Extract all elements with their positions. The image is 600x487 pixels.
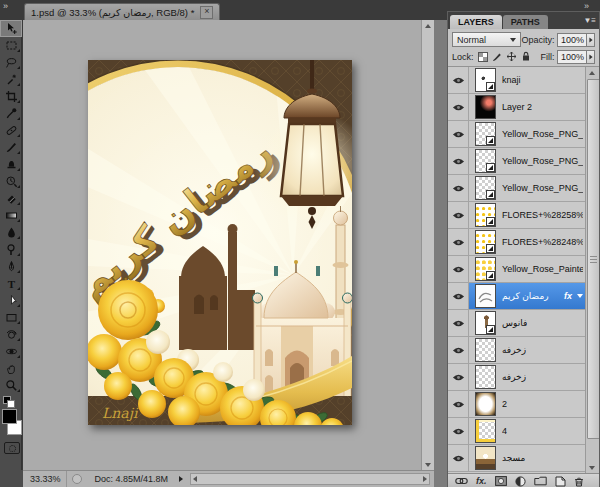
layer-name[interactable]: FLORES+%28248%29 xyxy=(502,237,583,247)
layer-row[interactable]: Yellow_Rose_PNG_Clipart c... xyxy=(448,148,599,175)
layer-name[interactable]: FLORES+%28258%29 xyxy=(502,210,583,220)
fill-spinner[interactable] xyxy=(587,50,595,64)
add-layer-mask-button[interactable] xyxy=(495,476,507,486)
layer-row[interactable]: 2 xyxy=(448,391,599,418)
eyedropper-tool[interactable] xyxy=(0,105,22,122)
gradient-tool[interactable] xyxy=(0,207,22,224)
visibility-toggle[interactable] xyxy=(448,229,469,255)
layer-row[interactable]: زخرفه xyxy=(448,364,599,391)
layer-thumbnail[interactable] xyxy=(475,338,496,362)
lock-all-icon[interactable] xyxy=(521,51,531,62)
layer-thumbnail[interactable] xyxy=(475,203,496,227)
visibility-toggle[interactable] xyxy=(448,94,469,120)
spot-healing-brush-tool[interactable] xyxy=(0,122,22,139)
layer-name[interactable]: Yellow_Rose_PNG_Clipart c... xyxy=(502,183,583,193)
3d-rotate-tool[interactable] xyxy=(0,326,22,343)
fill-input[interactable]: 100% xyxy=(557,50,587,64)
rectangular-marquee-tool[interactable] xyxy=(0,37,22,54)
visibility-toggle[interactable] xyxy=(448,175,469,201)
scroll-up-icon[interactable] xyxy=(586,67,598,78)
visibility-toggle[interactable] xyxy=(448,202,469,228)
quick-selection-tool[interactable] xyxy=(0,71,22,88)
layer-name[interactable]: مسجد xyxy=(502,453,525,463)
scroll-down-icon[interactable] xyxy=(586,462,598,473)
visibility-toggle[interactable] xyxy=(448,364,469,390)
panel-menu-icon[interactable]: ▼≡ xyxy=(583,16,596,25)
hand-tool[interactable] xyxy=(0,360,22,377)
layer-row[interactable]: FLORES+%28248%29 xyxy=(448,229,599,256)
layer-row[interactable]: Yellow_Rose_PNG_Clipart xyxy=(448,121,599,148)
visibility-toggle[interactable] xyxy=(448,337,469,363)
layer-name[interactable]: زخرفه xyxy=(502,345,526,355)
scroll-left-icon[interactable] xyxy=(193,476,197,482)
zoom-level-field[interactable]: 33.33% xyxy=(23,471,67,487)
rectangle-shape-tool[interactable] xyxy=(0,309,22,326)
foreground-color-swatch[interactable] xyxy=(2,409,17,424)
blend-mode-select[interactable]: Normal xyxy=(452,32,521,47)
visibility-toggle[interactable] xyxy=(448,283,469,309)
new-adjustment-layer-button[interactable] xyxy=(515,476,526,487)
layer-name[interactable]: زخرفه xyxy=(502,372,526,382)
layer-row[interactable]: Layer 2 xyxy=(448,94,599,121)
new-group-button[interactable] xyxy=(534,476,547,486)
visibility-toggle[interactable] xyxy=(448,445,469,471)
opacity-input[interactable]: 100% xyxy=(557,33,587,47)
brush-tool[interactable] xyxy=(0,139,22,156)
layer-thumbnail[interactable] xyxy=(475,365,496,389)
layer-thumbnail[interactable] xyxy=(475,176,496,200)
layer-thumbnail[interactable] xyxy=(475,419,496,443)
layer-row[interactable]: زخرفه xyxy=(448,337,599,364)
layer-name[interactable]: knaji xyxy=(502,75,521,85)
scroll-up-icon[interactable] xyxy=(422,20,434,31)
layer-thumbnail[interactable] xyxy=(475,68,496,92)
layer-thumbnail[interactable] xyxy=(475,230,496,254)
scrollbar-thumb[interactable] xyxy=(587,79,599,439)
visibility-toggle[interactable] xyxy=(448,148,469,174)
tab-layers[interactable]: LAYERS xyxy=(450,15,502,29)
layer-name[interactable]: Yellow_Rose_Painted_Pictur... xyxy=(502,264,583,274)
layer-row[interactable]: فانوس xyxy=(448,310,599,337)
layer-thumbnail[interactable] xyxy=(475,311,496,335)
lock-position-icon[interactable] xyxy=(506,51,517,62)
layer-thumbnail[interactable] xyxy=(475,149,496,173)
layer-row-selected[interactable]: رمضان كريم fx xyxy=(448,283,599,310)
layer-row[interactable]: knaji xyxy=(448,67,599,94)
canvas-vertical-scrollbar[interactable] xyxy=(421,20,434,470)
link-layers-button[interactable] xyxy=(455,477,468,485)
visibility-toggle[interactable] xyxy=(448,121,469,147)
eraser-tool[interactable] xyxy=(0,190,22,207)
clone-stamp-tool[interactable] xyxy=(0,156,22,173)
collapse-dock-icon[interactable]: » xyxy=(584,1,588,11)
canvas-pasteboard[interactable]: رمضان كريم رمضان كريم xyxy=(23,20,434,470)
opacity-spinner[interactable] xyxy=(587,33,595,47)
layer-thumbnail[interactable] xyxy=(475,446,496,470)
layer-name[interactable]: Yellow_Rose_PNG_Clipart c... xyxy=(502,156,583,166)
history-brush-tool[interactable] xyxy=(0,173,22,190)
fx-expand-icon[interactable] xyxy=(577,294,583,298)
layers-scrollbar[interactable] xyxy=(585,67,599,473)
default-colors-icon[interactable] xyxy=(3,396,13,406)
visibility-toggle[interactable] xyxy=(448,256,469,282)
layer-thumbnail[interactable] xyxy=(475,257,496,281)
collapse-panel-icon[interactable]: » xyxy=(3,1,7,11)
layer-thumbnail[interactable] xyxy=(475,95,496,119)
layer-thumbnail[interactable] xyxy=(475,284,496,308)
layer-row[interactable]: Yellow_Rose_Painted_Pictur... xyxy=(448,256,599,283)
add-layer-style-button[interactable]: fx. xyxy=(476,476,487,486)
layer-fx-badge[interactable]: fx xyxy=(564,291,572,301)
pen-tool[interactable] xyxy=(0,258,22,275)
layer-thumbnail[interactable] xyxy=(475,122,496,146)
lasso-tool[interactable] xyxy=(0,54,22,71)
layer-thumbnail[interactable] xyxy=(475,392,496,416)
zoom-tool[interactable] xyxy=(0,377,22,394)
layer-name[interactable]: 4 xyxy=(502,426,507,436)
lock-transparency-icon[interactable] xyxy=(478,52,488,62)
close-tab-icon[interactable]: × xyxy=(200,6,213,19)
layer-name[interactable]: Yellow_Rose_PNG_Clipart xyxy=(502,129,583,139)
tab-paths[interactable]: PATHS xyxy=(503,15,548,29)
layer-row[interactable]: Yellow_Rose_PNG_Clipart c... xyxy=(448,175,599,202)
type-tool[interactable]: T xyxy=(0,275,22,292)
layer-row[interactable]: 4 xyxy=(448,418,599,445)
document-tab[interactable]: 1.psd @ 33.3% (رمضان كريم, RGB/8) * × xyxy=(24,3,220,20)
canvas-horizontal-scrollbar[interactable] xyxy=(190,473,430,485)
